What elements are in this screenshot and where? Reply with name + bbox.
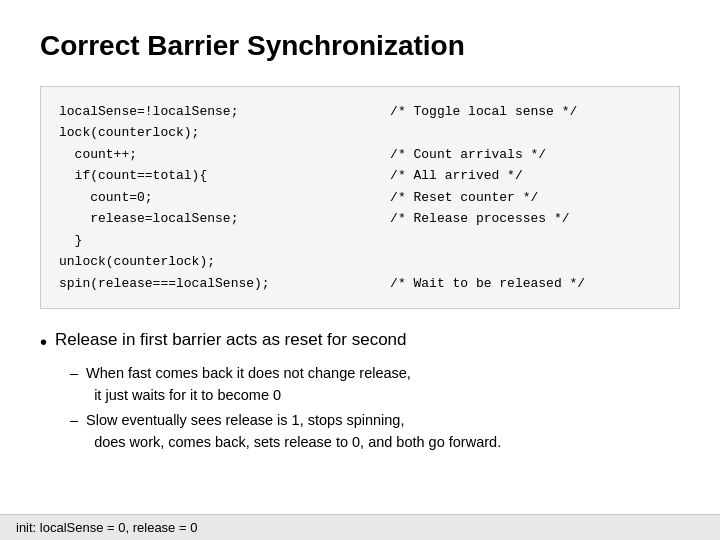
code-right-3: /* Count arrivals */ [390,144,661,165]
sub-bullet-text-2: Slow eventually sees release is 1, stops… [86,410,501,454]
code-left-9: spin(release===localSense); [59,273,390,294]
code-right-4: /* All arrived */ [390,165,661,186]
code-right-2 [390,122,661,143]
code-table: localSense=!localSense; /* Toggle local … [59,101,661,294]
sub-bullet-text-1: When fast comes back it does not change … [86,363,411,407]
code-row-2: lock(counterlock); [59,122,661,143]
code-left-7: } [59,230,390,251]
code-right-8 [390,251,661,272]
bullet-section: • Release in first barrier acts as reset… [40,329,680,454]
slide-title: Correct Barrier Synchronization [40,30,680,62]
bullet-main: • Release in first barrier acts as reset… [40,329,680,355]
code-left-5: count=0; [59,187,390,208]
code-row-8: unlock(counterlock); [59,251,661,272]
sub-bullet-2: – Slow eventually sees release is 1, sto… [70,410,680,454]
code-right-5: /* Reset counter */ [390,187,661,208]
sub-bullets: – When fast comes back it does not chang… [70,363,680,454]
code-right-6: /* Release processes */ [390,208,661,229]
footer-bar: init: localSense = 0, release = 0 [0,514,720,540]
code-left-1: localSense=!localSense; [59,101,390,122]
code-row-5: count=0; /* Reset counter */ [59,187,661,208]
code-row-1: localSense=!localSense; /* Toggle local … [59,101,661,122]
bullet-dot: • [40,329,47,355]
code-block: localSense=!localSense; /* Toggle local … [40,86,680,309]
code-row-4: if(count==total){ /* All arrived */ [59,165,661,186]
sub-bullet-1: – When fast comes back it does not chang… [70,363,680,407]
code-row-7: } [59,230,661,251]
bullet-main-text: Release in first barrier acts as reset f… [55,329,406,351]
code-left-4: if(count==total){ [59,165,390,186]
code-row-6: release=localSense; /* Release processes… [59,208,661,229]
code-right-1: /* Toggle local sense */ [390,101,661,122]
sub-dash-2: – [70,410,78,432]
code-left-8: unlock(counterlock); [59,251,390,272]
code-left-2: lock(counterlock); [59,122,390,143]
code-left-6: release=localSense; [59,208,390,229]
code-left-3: count++; [59,144,390,165]
footer-text: init: localSense = 0, release = 0 [16,520,197,535]
code-right-7 [390,230,661,251]
code-row-9: spin(release===localSense); /* Wait to b… [59,273,661,294]
code-right-9: /* Wait to be released */ [390,273,661,294]
slide: Correct Barrier Synchronization localSen… [0,0,720,540]
code-row-3: count++; /* Count arrivals */ [59,144,661,165]
sub-dash-1: – [70,363,78,385]
